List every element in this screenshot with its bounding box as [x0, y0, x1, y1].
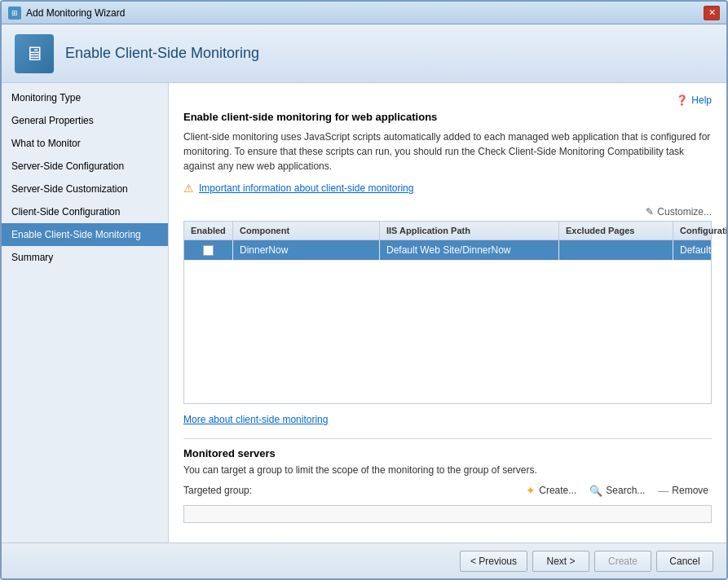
header-title: Enable Client-Side Monitoring — [65, 45, 259, 62]
window-title: Add Monitoring Wizard — [26, 7, 704, 19]
previous-button[interactable]: < Previous — [460, 551, 527, 572]
header-banner: 🖥 Enable Client-Side Monitoring — [2, 24, 726, 83]
remove-button[interactable]: — Remove — [655, 483, 712, 499]
col-header-excluded: Excluded Pages — [559, 222, 673, 239]
main-window: ⊞ Add Monitoring Wizard ✕ 🖥 Enable Clien… — [0, 0, 728, 580]
section-divider — [183, 438, 712, 439]
content-inner: ❓ Help Enable client-side monitoring for… — [169, 83, 726, 543]
cell-component: DinnerNow — [233, 240, 380, 260]
sidebar: Monitoring Type General Properties What … — [2, 83, 169, 543]
create-label: Create... — [539, 485, 576, 496]
enabled-checkbox[interactable] — [203, 245, 214, 256]
sidebar-item-monitoring-type[interactable]: Monitoring Type — [2, 86, 168, 109]
info-link[interactable]: Important information about client-side … — [199, 182, 413, 194]
info-icon: ⚠ — [183, 182, 194, 195]
remove-label: Remove — [672, 485, 708, 496]
search-button[interactable]: 🔍 Search... — [586, 483, 648, 499]
header-icon: 🖥 — [15, 34, 54, 73]
components-table: Enabled Component IIS Application Path E… — [183, 221, 712, 404]
sidebar-item-general-properties[interactable]: General Properties — [2, 109, 168, 132]
content-area: ❓ Help Enable client-side monitoring for… — [169, 83, 726, 543]
pencil-icon: ✎ — [646, 206, 654, 218]
more-link-container: More about client-side monitoring — [183, 414, 712, 425]
cell-excluded — [559, 240, 673, 260]
monitored-desc: You can target a group to limit the scop… — [183, 464, 712, 476]
cell-config: Default — [673, 240, 717, 260]
monitored-title: Monitored servers — [183, 447, 712, 459]
more-link[interactable]: More about client-side monitoring — [183, 414, 328, 425]
next-button[interactable]: Next > — [532, 551, 589, 572]
monitored-section: Monitored servers You can target a group… — [183, 438, 712, 526]
sidebar-item-summary[interactable]: Summary — [2, 246, 168, 269]
table-header: Enabled Component IIS Application Path E… — [184, 222, 711, 240]
help-link[interactable]: ❓ Help — [676, 94, 712, 106]
cancel-button[interactable]: Cancel — [656, 551, 713, 572]
targeted-group-input[interactable] — [183, 505, 712, 523]
help-icon: ❓ — [676, 94, 688, 106]
sidebar-item-client-side-config[interactable]: Client-Side Configuration — [2, 200, 168, 223]
main-content: Monitoring Type General Properties What … — [2, 83, 726, 543]
table-body: DinnerNow Default Web Site/DinnerNow Def… — [184, 240, 711, 403]
sidebar-item-server-side-custom[interactable]: Server-Side Customization — [2, 178, 168, 200]
description-text: Client-side monitoring uses JavaScript s… — [183, 130, 712, 174]
window-icon: ⊞ — [8, 7, 21, 20]
search-icon: 🔍 — [589, 485, 602, 497]
targeted-label: Targeted group: — [183, 485, 516, 496]
targeted-row: Targeted group: ✦ Create... 🔍 Search... … — [183, 482, 712, 499]
customize-label: Customize... — [657, 206, 712, 218]
col-header-iis-path: IIS Application Path — [380, 222, 559, 239]
footer: < Previous Next > Create Cancel — [2, 543, 726, 578]
cell-enabled[interactable] — [184, 240, 233, 260]
create-button[interactable]: ✦ Create... — [523, 482, 580, 499]
help-link-container: ❓ Help — [183, 94, 712, 106]
info-link-row: ⚠ Important information about client-sid… — [183, 182, 712, 195]
sidebar-item-enable-client-side[interactable]: Enable Client-Side Monitoring — [2, 223, 168, 246]
remove-icon: — — [658, 485, 668, 497]
col-header-component: Component — [233, 222, 380, 239]
col-header-config: Configuration — [673, 222, 726, 239]
section-title: Enable client-side monitoring for web ap… — [183, 111, 712, 123]
sidebar-item-server-side-config[interactable]: Server-Side Configuration — [2, 155, 168, 178]
help-label: Help — [691, 94, 712, 106]
create-footer-button[interactable]: Create — [594, 551, 651, 572]
sidebar-item-what-to-monitor[interactable]: What to Monitor — [2, 132, 168, 155]
star-icon: ✦ — [526, 484, 536, 497]
customize-button[interactable]: ✎ Customize... — [646, 206, 712, 218]
close-button[interactable]: ✕ — [704, 6, 720, 20]
cell-iis-path: Default Web Site/DinnerNow — [380, 240, 559, 260]
table-row[interactable]: DinnerNow Default Web Site/DinnerNow Def… — [184, 240, 711, 261]
customize-bar: ✎ Customize... — [183, 206, 712, 218]
title-bar: ⊞ Add Monitoring Wizard ✕ — [2, 2, 726, 24]
search-label: Search... — [606, 485, 645, 496]
col-header-enabled: Enabled — [184, 222, 233, 239]
